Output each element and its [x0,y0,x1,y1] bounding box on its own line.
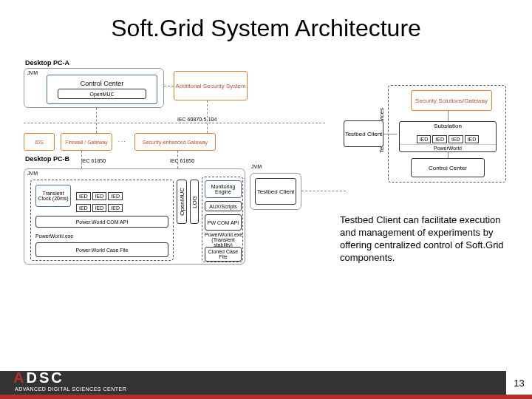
powerworld-label: PowerWorld [400,144,496,151]
iec61850-a-label: IEC 61850 [81,158,106,163]
iec61850-b-label: IEC 61850 [170,158,194,163]
logo-subtitle: ADVANCED DIGITAL SCIENCES CENTER [15,386,126,392]
cloned-case-box: Cloned Case File [205,249,241,259]
ids-box: IDS [35,140,44,145]
ied-box: IED [92,204,107,212]
architecture-diagram: Desktop PC-A JVM Control Center OpenMUC … [22,59,332,332]
security-solutions-box: Security Solutions/Gateway [415,98,488,104]
right-cluster: Testbed Services Security Solutions/Gate… [344,85,517,200]
ied-box: IED [465,135,480,143]
testbed-client-right: Testbed Client [345,131,383,137]
control-center-2-box: Control Center [429,165,467,171]
jvm-label-c: JVM [251,164,262,169]
log-vertical: LOG [191,196,198,208]
pw-exe-label: PowerWorld.exe [35,233,73,239]
desktop-a-label: Desktop PC-A [25,59,69,66]
jvm-label-b: JVM [27,171,38,176]
control-center-box: Control Center [81,80,124,87]
ied-box: IED [108,204,123,212]
sec-gateway-box: Security-enhanced Gateway [143,140,208,145]
monitoring-engine-box: Monitoring Engine [205,184,241,194]
jvm-label-a: JVM [27,70,38,75]
additional-security-box: Additional Security System [175,83,245,89]
ied-box: IED [76,204,91,212]
openmuc-box: OpenMUC [89,92,114,97]
ied-box: IED [417,135,432,143]
page-number: 13 [506,371,532,395]
footer: ADSC ADVANCED DIGITAL SCIENCES CENTER 13 [0,371,532,399]
iec104-label: IEC 60870-5-104 [177,117,216,122]
pw-com-api-box: PW COM API [208,220,239,225]
testbed-client-box: Testbed Client [257,188,295,195]
caption-text: Testbed Client can facilitate execution … [340,214,510,265]
aux-scripts-box: AUX/Scripts [209,204,237,209]
firewall-box: Firewall / Gateway [65,140,108,145]
ied-box: IED [432,135,447,143]
logo-a: A [13,369,26,386]
openmuc-vertical: OpenMUC [179,188,185,216]
substation-box: Substation [434,123,462,129]
desktop-b-label: Desktop PC-B [25,155,69,163]
page-title: Soft.Grid System Architecture [0,0,532,42]
pw-exe-trans-label: PowerWorld.exe (Transient stability) [205,232,242,248]
pw-case-box: Power.World Case File [75,248,128,253]
transient-clock-box: Transient Clock (20ms) [36,191,70,201]
dots-label: . . . [118,137,126,143]
ied-box: IED [449,135,463,143]
logo: ADSC ADVANCED DIGITAL SCIENCES CENTER [13,369,126,392]
pw-com-api-bar: Power.World COM API [76,219,129,225]
